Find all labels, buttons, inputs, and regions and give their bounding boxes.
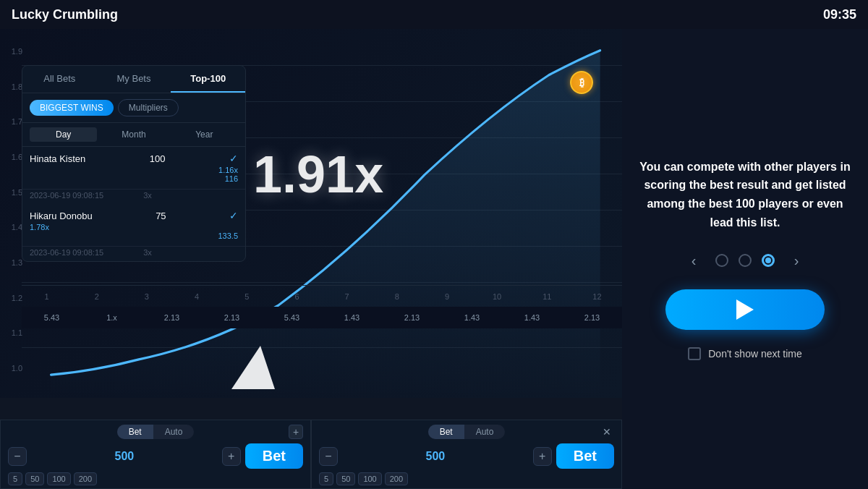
top100-panel: All Bets My Bets Top-100 BIGGEST WINS Mu… — [22, 65, 246, 262]
mult-hist-6: 1.43 — [322, 313, 382, 322]
x-label-12: 12 — [572, 292, 622, 301]
quick-200-left[interactable]: 200 — [74, 472, 97, 485]
panel-subtabs: BIGGEST WINS Multipliers — [22, 93, 245, 123]
bet-auto-tabs-left: Bet Auto — [117, 425, 195, 439]
mult-hist-8: 1.43 — [442, 313, 502, 322]
row1-date-rank: 2023-06-19 09:08:15 3x — [22, 190, 245, 204]
coin-icon: ₿ — [570, 71, 593, 94]
game-area: 1.9 1.8 1.7 1.6 1.5 1.4 1.3 1.2 1.1 1.0 — [0, 29, 622, 489]
mult-hist-2: 1.x — [82, 313, 142, 322]
dont-show-row: Don't show next time — [688, 347, 802, 360]
quick-50-left[interactable]: 50 — [25, 472, 44, 485]
y-label-3: 1.7 — [3, 117, 22, 126]
period-year[interactable]: Year — [171, 127, 238, 142]
tab-top-100[interactable]: Top-100 — [171, 66, 245, 93]
x-axis: 1 2 3 4 5 6 7 8 9 10 11 12 — [22, 285, 622, 307]
bet-increase-right[interactable]: + — [533, 447, 552, 466]
x-label-7: 7 — [322, 292, 372, 301]
multiplier-history-row: 5.43 1.x 2.13 2.13 5.43 1.43 2.13 1.43 1… — [22, 307, 622, 328]
mult-hist-3: 2.13 — [142, 313, 202, 322]
period-day[interactable]: Day — [30, 127, 97, 142]
verified-icon-1: ✓ — [229, 153, 238, 164]
mult-hist-7: 2.13 — [382, 313, 442, 322]
mult-hist-1: 5.43 — [22, 313, 82, 322]
player-name-1: Hinata Kisten — [30, 153, 85, 164]
page-dot-1[interactable] — [715, 254, 728, 267]
y-label-6: 1.4 — [3, 223, 22, 231]
pagination: ‹ › — [682, 249, 808, 272]
tab-all-bets[interactable]: All Bets — [22, 66, 97, 93]
x-label-6: 6 — [272, 292, 322, 301]
x-label-4: 4 — [172, 292, 222, 301]
header: Lucky Crumbling 09:35 — [0, 0, 868, 29]
page-dot-3[interactable] — [762, 254, 775, 267]
arrow-indicator — [224, 339, 282, 396]
y-label-7: 1.3 — [3, 258, 22, 267]
bet-panels: Bet Auto + − 500 + Bet 5 50 100 200 — [0, 420, 622, 489]
period-month[interactable]: Month — [100, 127, 167, 142]
tutorial-description: You can compete with other players in sc… — [637, 158, 854, 231]
player-amount-1: 100 — [150, 153, 166, 164]
quick-50-right[interactable]: 50 — [336, 472, 355, 485]
bet-button-right[interactable]: Bet — [556, 443, 614, 469]
auto-tab-left[interactable]: Auto — [153, 425, 195, 439]
play-button[interactable] — [665, 289, 825, 330]
row2-date-rank: 2023-06-19 09:08:15 3x — [22, 247, 245, 261]
bet-decrease-right[interactable]: − — [319, 447, 338, 466]
right-panel: You can compete with other players in sc… — [622, 29, 868, 489]
quick-5-right[interactable]: 5 — [319, 472, 333, 485]
y-label-10: 1.0 — [3, 364, 22, 373]
play-icon — [736, 299, 754, 320]
quick-5-left[interactable]: 5 — [8, 472, 22, 485]
subtab-multipliers[interactable]: Multipliers — [118, 99, 179, 116]
player-mult-2: 1.78x — [30, 223, 49, 231]
quick-200-right[interactable]: 200 — [385, 472, 408, 485]
add-panel-button[interactable]: + — [289, 425, 303, 439]
bet-auto-tabs-right: Bet Auto — [428, 425, 506, 439]
x-label-1: 1 — [22, 292, 72, 301]
y-label-5: 1.5 — [3, 188, 22, 197]
next-page-button[interactable]: › — [785, 249, 808, 272]
x-label-8: 8 — [372, 292, 422, 301]
player-amount-2: 75 — [156, 211, 166, 221]
mult-hist-10: 2.13 — [562, 313, 622, 322]
y-label-8: 1.2 — [3, 294, 22, 302]
auto-tab-right[interactable]: Auto — [464, 425, 506, 439]
svg-marker-0 — [231, 346, 275, 389]
x-label-10: 10 — [472, 292, 522, 301]
prev-page-button[interactable]: ‹ — [682, 249, 705, 272]
quick-amounts-right: 5 50 100 200 — [319, 472, 614, 485]
bet-amount-left: 500 — [31, 450, 218, 463]
current-multiplier: 1.91x — [253, 145, 383, 204]
y-label-1: 1.9 — [3, 47, 22, 56]
bet-decrease-left[interactable]: − — [8, 447, 27, 466]
y-label-4: 1.6 — [3, 153, 22, 161]
panel-tabs: All Bets My Bets Top-100 — [22, 66, 245, 93]
leaderboard-row: Hikaru Donobu 75 ✓ 1.78x 133.5 — [22, 204, 245, 247]
bet-tab-right[interactable]: Bet — [428, 425, 464, 439]
app-title: Lucky Crumbling — [12, 7, 118, 22]
player-name-2: Hikaru Donobu — [30, 211, 93, 221]
dont-show-checkbox[interactable] — [688, 347, 701, 360]
tab-my-bets[interactable]: My Bets — [97, 66, 171, 93]
mult-hist-9: 1.43 — [502, 313, 562, 322]
bet-button-left[interactable]: Bet — [245, 443, 303, 469]
player-winnings-2: 133.5 — [218, 231, 238, 240]
y-label-2: 1.8 — [3, 82, 22, 91]
clock-display: 09:35 — [823, 7, 856, 22]
leaderboard-row: Hinata Kisten 100 ✓ 1.16x 116 — [22, 147, 245, 190]
period-tabs: Day Month Year — [22, 123, 245, 147]
bet-increase-left[interactable]: + — [222, 447, 241, 466]
quick-100-left[interactable]: 100 — [47, 472, 70, 485]
x-label-3: 3 — [122, 292, 171, 301]
player-winnings-1: 116 — [225, 174, 238, 183]
mult-hist-4: 2.13 — [202, 313, 262, 322]
page-dot-2[interactable] — [739, 254, 752, 267]
close-panel-button[interactable]: ✕ — [600, 425, 614, 439]
bet-tab-left[interactable]: Bet — [117, 425, 153, 439]
mult-hist-5: 5.43 — [262, 313, 322, 322]
x-label-2: 2 — [72, 292, 122, 301]
quick-100-right[interactable]: 100 — [358, 472, 381, 485]
subtab-biggest-wins[interactable]: BIGGEST WINS — [30, 100, 114, 116]
dont-show-label: Don't show next time — [708, 348, 802, 360]
